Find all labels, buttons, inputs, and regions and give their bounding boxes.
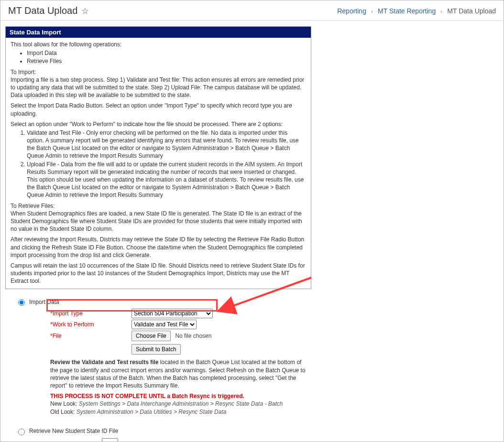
breadcrumb-current: MT Data Upload (447, 7, 496, 15)
favorite-star-icon[interactable]: ☆ (81, 6, 89, 16)
work-to-perform-select[interactable]: Validate and Test File (131, 320, 197, 329)
to-retrieve-p1: When Student Demographics files are load… (11, 210, 306, 233)
page-title: MT Data Upload (8, 5, 77, 16)
to-import-p1: Importing a file is a two step process. … (11, 76, 306, 99)
review-instructions: Review the Validate and Test results fil… (50, 358, 308, 415)
header-bar: MT Data Upload ☆ Reporting › MT State Re… (0, 0, 504, 21)
work-opt-2: Upload File - Data from the file will ad… (27, 161, 306, 199)
review-bold: Review the Validate and Test results fil… (50, 359, 159, 366)
form-area: Import Data *Import Type Section 504 Par… (5, 289, 311, 442)
breadcrumb-link-reporting[interactable]: Reporting (337, 7, 366, 15)
retrieve-radio-row: Retrieve New Student State ID File (16, 427, 307, 435)
import-data-label: Import Data (29, 298, 59, 306)
state-id-file-select[interactable] (102, 438, 118, 442)
to-import-heading: To Import: (11, 68, 306, 76)
op-item: Import Data (27, 49, 306, 57)
to-retrieve-heading: To Retrieve Files: (11, 202, 306, 210)
state-data-import-panel: State Data Import This tool allows for t… (5, 26, 311, 289)
file-label: *File (50, 332, 131, 340)
work-opt-1: Validate and Test File - Only error chec… (27, 129, 306, 160)
import-fields: *Import Type Section 504 Participation *… (50, 309, 307, 355)
import-data-radio-row: Import Data (16, 298, 307, 306)
chevron-right-icon: › (440, 8, 442, 15)
chevron-right-icon: › (371, 8, 373, 15)
op-item: Retrieve Files (27, 57, 306, 65)
retrieve-file-radio[interactable] (18, 429, 25, 435)
import-type-label: *Import Type (50, 310, 131, 317)
new-look-path: System Settings > Data Interchange Admin… (79, 400, 283, 407)
submit-to-batch-button[interactable]: Submit to Batch (131, 344, 181, 355)
file-status: No file chosen (175, 333, 211, 339)
work-to-perform-label: *Work to Perform (50, 321, 131, 328)
breadcrumb: Reporting › MT State Reporting › MT Data… (337, 7, 496, 15)
import-data-radio[interactable] (18, 299, 25, 306)
to-import-p2: Select the Import Data Radio Button. Sel… (11, 102, 306, 117)
panel-body: This tool allows for the following opera… (6, 38, 311, 289)
panel-header: State Data Import (6, 27, 311, 38)
content-scroll[interactable]: State Data Import This tool allows for t… (0, 22, 504, 442)
import-type-select[interactable]: Section 504 Participation (131, 309, 213, 318)
old-look-path: System Administration > Data Utilities >… (77, 409, 227, 415)
choose-file-button[interactable]: Choose File (131, 331, 171, 341)
to-retrieve-p2: After reviewing the Import Results, Dist… (11, 236, 306, 259)
to-retrieve-p3: Campus will retain the last 10 occurrenc… (11, 262, 306, 285)
retrieve-file-label: Retrieve New Student State ID File (29, 427, 118, 435)
old-look-label: Old Look: (50, 409, 77, 415)
page-title-wrap: MT Data Upload ☆ (8, 5, 89, 16)
resync-warning: THIS PROCESS IS NOT COMPLETE UNTIL a Bat… (50, 392, 308, 400)
breadcrumb-link-mt-state-reporting[interactable]: MT State Reporting (378, 7, 436, 15)
intro-text: This tool allows for the following opera… (11, 41, 306, 48)
new-look-label: New Look: (50, 400, 79, 407)
retrieve-block: Retrieve New Student State ID File Refre… (16, 427, 307, 442)
work-perform-lead: Select an option under "Work to Perform"… (11, 120, 306, 128)
